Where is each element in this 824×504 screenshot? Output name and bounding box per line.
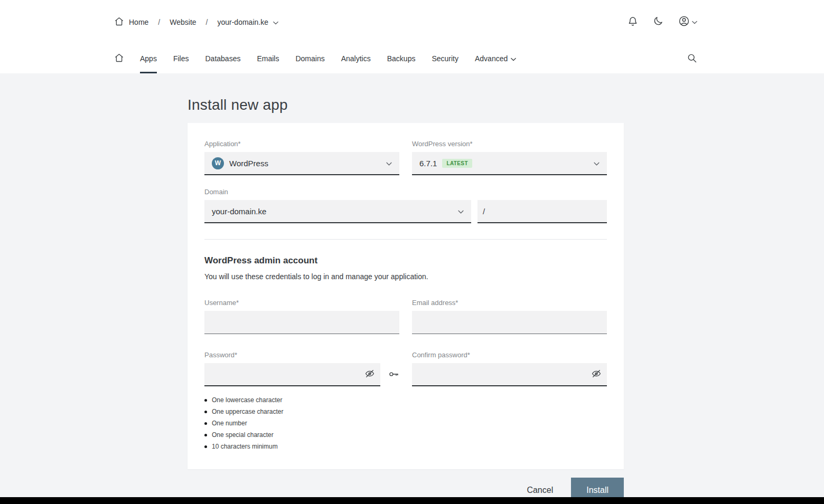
email-field-group: Email address* [412,299,607,334]
tab-emails[interactable]: Emails [257,44,279,73]
eye-off-icon [591,368,602,381]
password-field [204,363,380,386]
username-label: Username* [204,299,399,307]
chevron-down-icon [511,54,516,63]
latest-badge: LATEST [442,159,472,168]
moon-icon [653,16,663,28]
chevron-down-icon [594,158,600,168]
chevron-down-icon [273,18,278,26]
tab-databases[interactable]: Databases [205,44,240,73]
home-icon [114,16,124,28]
password-label: Password* [204,351,399,359]
confirm-password-label: Confirm password* [412,351,607,359]
tab-analytics[interactable]: Analytics [341,44,371,73]
eye-off-icon [364,368,375,381]
nav-home-button[interactable] [114,53,124,65]
email-input[interactable] [412,311,607,334]
top-header: Home / Website / your-domain.ke [0,0,824,44]
password-requirement-item: One number [204,417,399,429]
application-field-group: Application* W WordPress [204,140,399,175]
generate-password-button[interactable] [388,368,399,382]
tab-security[interactable]: Security [432,44,458,73]
tab-advanced[interactable]: Advanced [475,44,516,73]
domain-select[interactable]: your-domain.ke [204,200,471,223]
username-field-group: Username* [204,299,399,334]
install-form-card: Application* W WordPress WordPress versi… [188,123,624,469]
password-requirement-item: One lowercase character [204,394,399,406]
tab-backups[interactable]: Backups [387,44,416,73]
username-input[interactable] [204,311,399,334]
breadcrumb-separator: / [158,18,160,26]
tab-domains[interactable]: Domains [295,44,324,73]
tab-apps[interactable]: Apps [140,44,157,73]
email-label: Email address* [412,299,607,307]
application-select[interactable]: W WordPress [204,152,399,175]
confirm-password-input[interactable] [418,370,587,379]
application-label: Application* [204,140,399,148]
account-icon [678,15,690,28]
breadcrumb-home[interactable]: Home [114,16,148,28]
password-requirement-item: One special character [204,429,399,441]
breadcrumb-website-label: Website [170,18,196,26]
version-label: WordPress version* [412,140,607,148]
domain-label: Domain [204,188,607,196]
password-field-group: Password* [204,351,399,452]
path-input[interactable] [488,207,602,216]
key-icon [388,368,399,382]
bottom-bar [0,497,824,504]
tab-advanced-label: Advanced [475,54,508,63]
notifications-button[interactable] [628,16,638,28]
search-icon [687,53,697,65]
path-prefix: / [483,207,485,216]
password-requirement-item: One uppercase character [204,406,399,417]
domain-field-group: Domain your-domain.ke / [204,188,607,223]
search-button[interactable] [687,53,697,65]
nav-tabs: Apps Files Databases Emails Domains Anal… [140,44,516,73]
chevron-down-icon [692,18,697,26]
dark-mode-toggle[interactable] [653,16,663,28]
cancel-button[interactable]: Cancel [527,486,553,495]
breadcrumb-domain-dropdown[interactable]: your-domain.ke [217,18,278,26]
version-field-group: WordPress version* 6.7.1 LATEST [412,140,607,175]
section-divider [204,239,607,240]
chevron-down-icon [386,158,392,168]
version-select[interactable]: 6.7.1 LATEST [412,152,607,175]
password-requirements-list: One lowercase character One uppercase ch… [204,394,399,452]
breadcrumb-home-label: Home [129,18,148,26]
tab-files[interactable]: Files [173,44,189,73]
domain-value: your-domain.ke [212,207,266,216]
password-input[interactable] [211,370,360,379]
chevron-down-icon [458,206,464,216]
wordpress-logo-icon: W [212,157,224,169]
breadcrumb: Home / Website / your-domain.ke [114,16,278,28]
toggle-confirm-password-visibility-button[interactable] [591,368,602,381]
version-value: 6.7.1 [419,159,437,168]
install-path-field: / [477,200,607,223]
confirm-password-field-group: Confirm password* [412,351,607,386]
password-requirement-item: 10 characters minimum [204,441,399,452]
toggle-password-visibility-button[interactable] [364,368,375,381]
admin-account-heading: WordPress admin account [204,255,607,266]
home-icon [114,53,124,65]
main-content: Install new app Application* W WordPress… [0,73,824,502]
breadcrumb-website[interactable]: Website [170,18,196,26]
primary-nav: Apps Files Databases Emails Domains Anal… [0,44,824,73]
account-menu-button[interactable] [678,15,697,28]
application-value: WordPress [229,159,268,168]
page-title: Install new app [188,97,624,113]
confirm-password-field [412,363,607,386]
admin-account-description: You will use these credentials to log in… [204,272,607,281]
bell-icon [628,16,638,28]
breadcrumb-domain-label: your-domain.ke [217,18,268,26]
breadcrumb-separator: / [206,18,208,26]
